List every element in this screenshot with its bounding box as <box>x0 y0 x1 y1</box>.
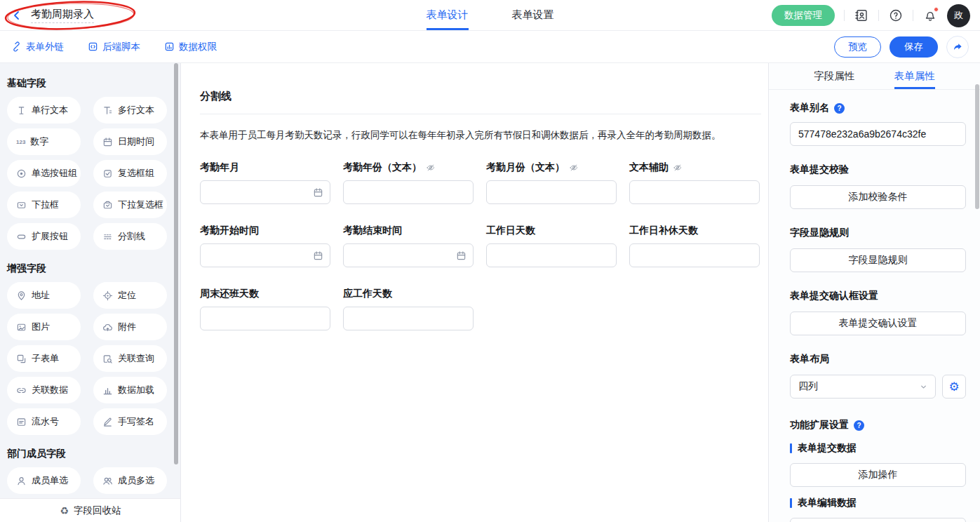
data-permission-icon <box>164 41 175 52</box>
field-label: 文本辅助 <box>629 161 669 174</box>
avatar[interactable]: 政 <box>947 4 970 27</box>
field-input-text[interactable] <box>629 243 760 267</box>
field-attendance-month[interactable]: 考勤年月 <box>200 161 330 204</box>
field-input-text[interactable] <box>343 180 474 204</box>
field-attendance-month-text[interactable]: 考勤月份（文本） <box>486 161 617 204</box>
field-item-image[interactable]: 图片 <box>7 314 81 340</box>
multi-line-text-icon <box>102 105 113 116</box>
sidebar-scrollbar[interactable] <box>174 63 178 464</box>
field-input-text[interactable] <box>486 243 617 267</box>
field-workday-comp-rest-count[interactable]: 工作日补休天数 <box>629 225 760 267</box>
contact-book-icon[interactable] <box>854 8 869 23</box>
field-item-label: 数字 <box>30 135 48 148</box>
field-item-subform[interactable]: 子表单 <box>7 345 81 372</box>
linked-query-icon <box>102 354 113 364</box>
help-circle-icon[interactable]: ? <box>834 103 845 114</box>
field-item-linked-query[interactable]: 关联查询 <box>93 345 167 372</box>
field-input-text[interactable] <box>343 307 474 330</box>
field-weekend-makeup-count[interactable]: 周末还班天数 <box>200 288 330 330</box>
submit-confirm-button[interactable]: 表单提交确认设置 <box>790 312 966 335</box>
link-icon <box>11 41 22 52</box>
form-canvas[interactable]: 分割线 本表单用于员工每月考勤天数记录，行政同学可以在每年年初录入完所有节假日和… <box>181 63 768 522</box>
header-tabs: 表单设计 表单设置 <box>427 0 554 30</box>
form-external-link[interactable]: 表单外链 <box>11 41 64 53</box>
field-item-datetime[interactable]: 日期时间 <box>93 128 167 155</box>
field-recycle-bin[interactable]: ♻ 字段回收站 <box>0 498 181 522</box>
tab-form-design[interactable]: 表单设计 <box>427 0 469 30</box>
field-item-address[interactable]: 地址 <box>7 282 81 309</box>
single-line-text-icon <box>16 105 27 116</box>
field-item-dropdown[interactable]: 下拉框 <box>7 192 81 218</box>
tab-field-properties[interactable]: 字段属性 <box>814 63 854 89</box>
field-item-label: 地址 <box>32 289 50 302</box>
field-input-date[interactable] <box>200 243 330 267</box>
layout-settings-button[interactable]: ⚙ <box>942 375 966 399</box>
field-attendance-start-time[interactable]: 考勤开始时间 <box>200 225 330 267</box>
field-input-date[interactable] <box>343 243 474 267</box>
save-button[interactable]: 保存 <box>890 36 938 58</box>
field-item-dropdown-multi[interactable]: 下拉复选框 <box>93 192 167 218</box>
bell-icon[interactable] <box>922 8 938 23</box>
field-input-text[interactable] <box>200 307 330 330</box>
share-arrow-icon <box>952 41 963 53</box>
field-item-linked-data[interactable]: 关联数据 <box>7 377 81 403</box>
subform-icon <box>16 354 27 364</box>
field-item-member-single[interactable]: 成员单选 <box>7 467 81 494</box>
link-label: 数据权限 <box>179 41 217 53</box>
form-description[interactable]: 本表单用于员工每月考勤天数记录，行政同学可以在每年年初录入完所有节假日和调休数据… <box>200 128 761 142</box>
field-attendance-year-text[interactable]: 考勤年份（文本） <box>343 161 474 204</box>
field-item-label: 流水号 <box>32 415 59 428</box>
form-layout-group: 表单布局 四列 ⚙ <box>790 352 966 399</box>
field-item-multi-line-text[interactable]: 多行文本 <box>93 97 167 123</box>
link-label: 后端脚本 <box>102 41 140 53</box>
submit-data-label: 表单提交数据 <box>798 442 857 455</box>
field-input-date[interactable] <box>200 180 330 204</box>
field-input-text[interactable] <box>486 180 617 204</box>
field-item-serial-number[interactable]: 流水号 <box>7 408 81 435</box>
field-label: 考勤年份（文本） <box>343 161 422 174</box>
field-item-single-line-text[interactable]: 单行文本 <box>7 97 81 123</box>
field-item-divider[interactable]: 分割线 <box>93 223 167 250</box>
form-layout-select[interactable]: 四列 <box>790 375 936 399</box>
form-toolbar: 表单外链 后端脚本 数据权限 预览 保存 <box>0 31 980 63</box>
data-manage-button[interactable]: 数据管理 <box>772 5 835 26</box>
field-item-label: 分割线 <box>118 230 145 243</box>
field-item-label: 下拉复选框 <box>118 199 163 211</box>
field-visibility-button[interactable]: 字段显隐规则 <box>790 248 966 272</box>
address-pin-icon <box>16 290 27 301</box>
field-attendance-end-time[interactable]: 考勤结束时间 <box>343 225 474 267</box>
form-alias-input[interactable] <box>790 122 966 146</box>
data-permission-link[interactable]: 数据权限 <box>164 41 217 53</box>
field-item-radio-group[interactable]: 单选按钮组 <box>7 160 81 187</box>
field-item-attachment[interactable]: 附件 <box>93 314 167 340</box>
tab-form-properties[interactable]: 表单属性 <box>894 63 935 89</box>
help-circle-icon[interactable]: ? <box>854 420 864 431</box>
backend-script-link[interactable]: 后端脚本 <box>88 41 140 53</box>
page-title[interactable]: 考勤周期录入 <box>31 8 94 23</box>
add-validation-button[interactable]: 添加校验条件 <box>790 185 966 209</box>
attachment-cloud-icon <box>102 322 113 333</box>
window-scrollbar[interactable] <box>975 84 979 209</box>
back-button[interactable] <box>11 10 22 21</box>
field-item-member-multi[interactable]: 成员多选 <box>93 467 167 494</box>
member-multi-icon <box>102 476 113 486</box>
tab-form-settings[interactable]: 表单设置 <box>512 0 554 30</box>
field-input-text[interactable] <box>629 180 760 204</box>
divider-section-title[interactable]: 分割线 <box>200 90 761 103</box>
field-item-signature[interactable]: 手写签名 <box>93 408 167 435</box>
help-icon[interactable] <box>888 8 904 23</box>
preview-button[interactable]: 预览 <box>834 36 881 58</box>
field-item-label: 关联数据 <box>32 384 68 396</box>
field-item-locate[interactable]: 定位 <box>93 282 167 309</box>
field-item-data-load[interactable]: 数据加载 <box>93 377 167 403</box>
field-workday-count[interactable]: 工作日天数 <box>486 225 617 267</box>
submit-data-add-action-button[interactable]: 添加操作 <box>790 463 966 487</box>
edit-data-add-action-button[interactable]: 添加操作 <box>790 518 966 522</box>
field-item-number[interactable]: 123数字 <box>7 128 81 155</box>
field-expected-workday-count[interactable]: 应工作天数 <box>343 288 474 330</box>
field-item-checkbox-group[interactable]: 复选框组 <box>93 160 167 187</box>
field-item-extend-button[interactable]: 扩展按钮 <box>7 223 81 250</box>
field-item-label: 下拉框 <box>32 199 59 211</box>
field-text-helper[interactable]: 文本辅助 <box>629 161 760 204</box>
share-button[interactable] <box>946 36 969 58</box>
